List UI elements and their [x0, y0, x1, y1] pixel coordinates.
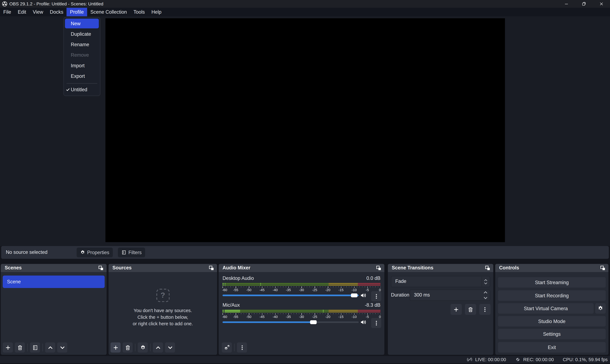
combo-spinner[interactable]: [482, 276, 488, 287]
meter-tick-label: -30: [299, 288, 304, 292]
dual-gear-icon: [224, 344, 230, 350]
source-properties-button[interactable]: [138, 342, 148, 352]
popout-icon[interactable]: [208, 265, 214, 271]
chevron-up-icon[interactable]: [484, 291, 487, 294]
meter-tick-label: -35: [286, 288, 291, 292]
meter-tick-label: -40: [273, 315, 278, 319]
kebab-menu-icon: [373, 293, 379, 299]
move-source-down-button[interactable]: [165, 342, 175, 352]
start-streaming-button[interactable]: Start Streaming: [498, 277, 606, 288]
popout-icon[interactable]: [600, 265, 606, 271]
mixer-menu-button[interactable]: [237, 342, 247, 352]
add-source-button[interactable]: [110, 342, 121, 352]
menu-docks[interactable]: Docks: [47, 8, 67, 16]
menu-tools[interactable]: Tools: [130, 8, 148, 16]
menu-separator: [67, 83, 97, 83]
menu-edit[interactable]: Edit: [14, 8, 29, 16]
start-virtual-camera-button[interactable]: Start Virtual Camera: [498, 303, 594, 314]
restore-button[interactable]: [575, 0, 593, 8]
exit-button[interactable]: Exit: [498, 342, 606, 352]
empty-line-3: or right click here to add one.: [108, 321, 217, 327]
speaker-icon[interactable]: [360, 319, 366, 325]
kebab-menu-icon: [482, 307, 488, 312]
transition-select[interactable]: Fade: [391, 276, 490, 287]
menu-profile[interactable]: Profile: [67, 8, 87, 16]
chevron-down-icon: [484, 282, 487, 284]
menu-scene-collection[interactable]: Scene Collection: [87, 8, 130, 16]
virtual-camera-settings-button[interactable]: [595, 303, 606, 314]
toolbar-separator: [234, 344, 234, 351]
transition-selected-value: Fade: [395, 276, 407, 287]
profile-menu-export[interactable]: Export: [65, 71, 99, 81]
transition-menu-button[interactable]: [479, 304, 490, 315]
menu-bar: File Edit View Docks Profile Scene Colle…: [0, 8, 610, 16]
menu-file[interactable]: File: [0, 8, 14, 16]
gear-icon: [80, 250, 85, 255]
profile-menu-new[interactable]: New: [65, 19, 99, 28]
properties-button[interactable]: Properties: [77, 248, 113, 257]
channel-volume-db: 0.0 dB: [366, 276, 380, 281]
chevron-down-icon[interactable]: [484, 297, 487, 299]
advanced-audio-properties-button[interactable]: [222, 342, 232, 352]
chevron-up-icon: [484, 279, 487, 281]
move-scene-down-button[interactable]: [57, 342, 67, 352]
meter-tick-label: -15: [339, 288, 343, 292]
controls-title: Controls: [499, 264, 519, 272]
mic-aux-meter: [222, 310, 380, 312]
audio-mixer-panel: Audio Mixer Desktop Audio 0.0 dB -60-55-…: [219, 264, 384, 355]
remove-transition-button[interactable]: [465, 304, 476, 315]
popout-icon[interactable]: [98, 265, 104, 271]
preview-canvas[interactable]: [106, 18, 505, 242]
title-bar: OBS 29.1.2 - Profile: Untitled - Scenes:…: [0, 0, 610, 8]
meter-tick-label: -55: [233, 315, 238, 319]
desktop-audio-menu-button[interactable]: [371, 291, 381, 301]
desktop-audio-volume-slider[interactable]: [222, 295, 359, 296]
filters-icon: [122, 250, 126, 255]
scene-list-item[interactable]: Scene: [3, 276, 105, 288]
add-transition-button[interactable]: [450, 304, 462, 315]
slider-handle[interactable]: [351, 293, 357, 297]
controls-header: Controls: [495, 264, 609, 272]
filters-button[interactable]: Filters: [118, 248, 145, 257]
slider-handle[interactable]: [310, 320, 317, 324]
meter-scale: -60-55-50-45-40-35-30-25-20-15-10-50: [222, 313, 380, 319]
mic-aux-volume-slider[interactable]: [222, 322, 359, 323]
source-context-bar: No source selected Properties Filters: [1, 246, 609, 259]
move-scene-up-button[interactable]: [45, 342, 55, 352]
profile-menu-import[interactable]: Import: [65, 61, 99, 70]
chevron-down-icon: [59, 344, 65, 350]
studio-mode-button[interactable]: Studio Mode: [498, 316, 606, 326]
context-message: No source selected: [6, 246, 48, 259]
cpu-fps-stats: CPU: 0.1%, 59.94 fps: [563, 357, 608, 362]
live-timer: LIVE: 00:00:00: [475, 357, 506, 362]
broadcast-off-icon: [467, 357, 472, 362]
meter-tick-label: -5: [366, 288, 369, 292]
speaker-icon[interactable]: [360, 292, 366, 299]
scene-filters-button[interactable]: [30, 342, 40, 352]
start-recording-button[interactable]: Start Recording: [498, 290, 606, 301]
meter-tick-label: -30: [299, 315, 304, 319]
remove-scene-button[interactable]: [15, 342, 25, 352]
popout-icon[interactable]: [376, 265, 382, 271]
menu-help[interactable]: Help: [148, 8, 165, 16]
move-source-up-button[interactable]: [153, 342, 163, 352]
scene-transitions-header: Scene Transitions: [388, 264, 493, 272]
close-icon: [599, 1, 603, 6]
meter-tick-label: -60: [222, 288, 227, 292]
window-title: OBS 29.1.2 - Profile: Untitled - Scenes:…: [9, 0, 103, 8]
mic-aux-menu-button[interactable]: [371, 318, 381, 328]
minimize-button[interactable]: [557, 0, 575, 8]
meter-tick-label: -10: [352, 315, 357, 319]
profile-menu-duplicate[interactable]: Duplicate: [65, 29, 99, 39]
meter-scale: -60-55-50-45-40-35-30-25-20-15-10-50: [222, 286, 380, 292]
menu-view[interactable]: View: [29, 8, 46, 16]
remove-source-button[interactable]: [122, 342, 133, 352]
add-scene-button[interactable]: [3, 342, 13, 352]
profile-menu-rename[interactable]: Rename: [65, 40, 99, 49]
duration-spinbox[interactable]: 300 ms: [410, 289, 490, 301]
profile-menu-untitled[interactable]: Untitled: [65, 85, 99, 94]
settings-button[interactable]: Settings: [498, 329, 606, 339]
close-button[interactable]: [593, 0, 610, 8]
popout-icon[interactable]: [485, 265, 491, 271]
audio-mixer-title: Audio Mixer: [222, 264, 250, 272]
